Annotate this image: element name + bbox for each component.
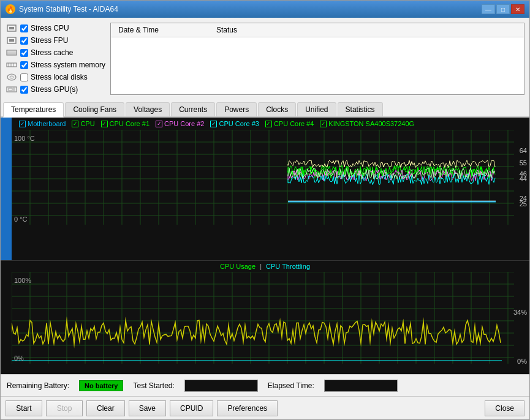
legend-motherboard: ✓ Motherboard: [19, 120, 66, 127]
fpu-icon: [6, 36, 18, 45]
legend-cpu-core2-label: CPU Core #2: [164, 120, 204, 127]
legend-motherboard-label: Motherboard: [28, 120, 66, 127]
main-window: 🔥 System Stability Test - AIDA64 — □ ✕ S…: [0, 0, 530, 420]
legend-cpu-core4-label: CPU Core #4: [274, 120, 314, 127]
tab-clocks[interactable]: Clocks: [258, 102, 296, 116]
temp-chart-canvas: [12, 130, 514, 225]
cpu-usage-label: CPU Usage: [220, 263, 256, 270]
gpu-icon: [6, 85, 18, 94]
tab-bar: Temperatures Cooling Fans Voltages Curre…: [1, 100, 529, 118]
tab-powers[interactable]: Powers: [216, 102, 257, 116]
button-bar: Start Stop Clear Save CPUID Preferences …: [1, 396, 529, 419]
title-bar-left: 🔥 System Stability Test - AIDA64: [6, 4, 118, 14]
save-button[interactable]: Save: [129, 400, 166, 416]
temp-y-bottom: 0 °C: [14, 216, 28, 223]
tab-cooling-fans[interactable]: Cooling Fans: [65, 102, 124, 116]
elapsed-value: [324, 380, 398, 392]
battery-label: Remaining Battery:: [7, 381, 69, 390]
top-section: Stress CPU Stress FPU Stress cache: [1, 18, 529, 100]
stress-cache-item: Stress cache: [6, 47, 105, 58]
usage-value-34: 34%: [513, 309, 527, 316]
svg-rect-4: [7, 50, 17, 55]
svg-rect-3: [9, 39, 14, 42]
stress-fpu-checkbox[interactable]: [20, 37, 28, 45]
log-body: [111, 37, 524, 94]
window-controls: — □ ✕: [482, 4, 524, 14]
stress-cache-checkbox[interactable]: [20, 49, 28, 57]
stress-cpu-checkbox[interactable]: [20, 24, 28, 32]
cpuid-button[interactable]: CPUID: [170, 400, 213, 416]
charts-area: ✓ Motherboard ✓ CPU ✓ CPU Core #1 ✓ CPU …: [1, 118, 529, 374]
stop-button[interactable]: Stop: [46, 400, 83, 416]
usage-y-bottom: 0%: [14, 354, 24, 362]
legend-kingston-label: KINGSTON SA400S37240G: [328, 120, 414, 127]
legend-cpu-core1-label: CPU Core #1: [110, 120, 150, 127]
tab-statistics[interactable]: Statistics: [338, 102, 383, 116]
legend-cpu-core2: ✓ CPU Core #2: [156, 120, 204, 127]
app-icon: 🔥: [6, 4, 15, 14]
legend-cpu-core4: ✓ CPU Core #4: [265, 120, 314, 127]
temp-chart-legend: ✓ Motherboard ✓ CPU ✓ CPU Core #1 ✓ CPU …: [1, 118, 529, 130]
stress-gpu-item: Stress GPU(s): [6, 84, 105, 95]
log-header: Date & Time Status: [111, 23, 524, 37]
usage-chart-container: CPU Usage | CPU Throttling 100% 0% 34% 0…: [1, 261, 529, 374]
stress-memory-checkbox[interactable]: [20, 61, 28, 69]
stress-fpu-item: Stress FPU: [6, 35, 105, 46]
svg-rect-7: [7, 63, 17, 67]
stress-disk-item: Stress local disks: [6, 72, 105, 83]
stress-cpu-item: Stress CPU: [6, 23, 105, 34]
stress-options: Stress CPU Stress FPU Stress cache: [6, 23, 105, 95]
svg-rect-1: [9, 27, 14, 29]
temp-value-64: 64: [520, 147, 527, 154]
disk-icon: [6, 73, 18, 81]
stress-cpu-label: Stress CPU: [31, 24, 69, 32]
window-close-button[interactable]: ✕: [511, 4, 524, 14]
legend-cpu-core3-label: CPU Core #3: [219, 120, 259, 127]
stress-memory-item: Stress system memory: [6, 59, 105, 70]
stress-gpu-label: Stress GPU(s): [31, 85, 78, 94]
maximize-button[interactable]: □: [496, 4, 510, 14]
tab-voltages[interactable]: Voltages: [126, 102, 170, 116]
stress-gpu-checkbox[interactable]: [20, 86, 28, 94]
svg-rect-13: [7, 87, 17, 92]
tab-temperatures[interactable]: Temperatures: [3, 102, 64, 118]
stress-disk-label: Stress local disks: [31, 73, 88, 81]
tab-currents[interactable]: Currents: [171, 102, 215, 116]
stress-fpu-label: Stress FPU: [31, 36, 68, 45]
cpu-icon: [6, 24, 18, 32]
log-panel: Date & Time Status: [110, 23, 524, 95]
minimize-button[interactable]: —: [482, 4, 495, 14]
svg-point-12: [10, 76, 13, 78]
stress-memory-label: Stress system memory: [31, 61, 105, 69]
preferences-button[interactable]: Preferences: [217, 400, 278, 416]
window-title: System Stability Test - AIDA64: [19, 5, 118, 13]
temp-chart-container: ✓ Motherboard ✓ CPU ✓ CPU Core #1 ✓ CPU …: [1, 118, 529, 261]
tab-unified[interactable]: Unified: [297, 102, 336, 116]
elapsed-label: Elapsed Time:: [268, 381, 314, 390]
log-status-header: Status: [211, 24, 521, 36]
usage-chart-legend: CPU Usage | CPU Throttling: [1, 261, 529, 272]
svg-point-11: [7, 74, 16, 80]
temp-y-top: 100 °C: [14, 135, 35, 142]
start-button[interactable]: Start: [6, 400, 42, 416]
close-button[interactable]: Close: [485, 400, 524, 416]
temp-value-25: 25: [520, 200, 527, 208]
legend-cpu-label: CPU: [80, 120, 94, 127]
usage-chart-canvas: [12, 272, 514, 364]
legend-kingston: ✓ KINGSTON SA400S37240G: [320, 120, 414, 127]
usage-y-top: 100%: [14, 277, 31, 284]
legend-cpu: ✓ CPU: [72, 120, 94, 127]
stress-cache-label: Stress cache: [31, 48, 73, 57]
memory-icon: [6, 61, 18, 69]
log-date-header: Date & Time: [113, 24, 211, 36]
cpu-throttling-label: CPU Throttling: [266, 263, 310, 270]
tabs-section: Temperatures Cooling Fans Voltages Curre…: [1, 100, 529, 118]
temp-value-44: 44: [520, 175, 527, 182]
test-started-value: [184, 380, 258, 392]
clear-button[interactable]: Clear: [86, 400, 125, 416]
content-area: Stress CPU Stress FPU Stress cache: [1, 18, 529, 419]
stress-disk-checkbox[interactable]: [20, 73, 28, 81]
test-started-label: Test Started:: [133, 381, 174, 390]
svg-rect-14: [9, 88, 12, 91]
title-bar: 🔥 System Stability Test - AIDA64 — □ ✕: [1, 1, 529, 18]
